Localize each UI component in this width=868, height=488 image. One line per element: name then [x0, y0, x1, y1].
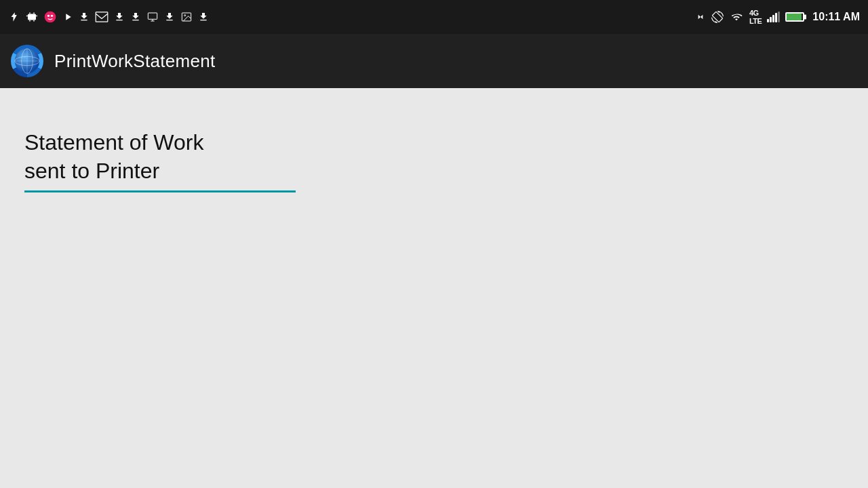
status-bar: 4GLTE 10:11 AM [0, 0, 868, 34]
svg-point-7 [45, 12, 56, 23]
lte-icon: 4GLTE [749, 9, 762, 25]
bluetooth-icon [695, 10, 706, 24]
svg-rect-6 [36, 16, 37, 17]
status-bar-left-icons [8, 10, 209, 24]
svg-rect-11 [148, 13, 157, 19]
svg-rect-10 [96, 12, 108, 22]
svg-rect-2 [33, 12, 35, 14]
download-icon-4 [164, 12, 175, 22]
svg-point-8 [47, 15, 50, 17]
monitor-icon [146, 12, 159, 22]
svg-rect-3 [29, 20, 31, 22]
app-bar: PrintWorkStatement [0, 34, 868, 88]
screen-rotate-icon [711, 11, 724, 23]
svg-rect-1 [29, 12, 31, 14]
android-icon [26, 11, 38, 23]
download-icon-2 [114, 12, 125, 22]
download-icon-1 [79, 12, 90, 22]
download-icon-5 [198, 12, 209, 22]
image-icon [180, 12, 193, 22]
usb-icon [8, 11, 20, 23]
svg-rect-0 [28, 14, 36, 20]
download-icon-3 [130, 12, 141, 22]
game-character-icon [43, 10, 57, 24]
message-container: Statement of Worksent to Printer [24, 129, 844, 192]
play-icon [62, 12, 73, 22]
svg-rect-4 [33, 20, 35, 22]
underline-bar [24, 190, 296, 192]
svg-point-9 [51, 15, 53, 17]
battery-icon [785, 12, 804, 22]
signal-bars-icon [767, 12, 780, 22]
svg-point-13 [184, 15, 186, 16]
app-title: PrintWorkStatement [54, 51, 216, 72]
app-logo [11, 45, 43, 77]
svg-rect-5 [26, 16, 28, 17]
main-content: Statement of Worksent to Printer [0, 88, 868, 488]
time-display: 10:11 AM [812, 11, 860, 23]
wifi-icon [729, 12, 744, 22]
status-bar-right-icons: 4GLTE 10:11 AM [695, 9, 860, 25]
statement-message: Statement of Worksent to Printer [24, 129, 844, 185]
gmail-icon [95, 12, 108, 22]
